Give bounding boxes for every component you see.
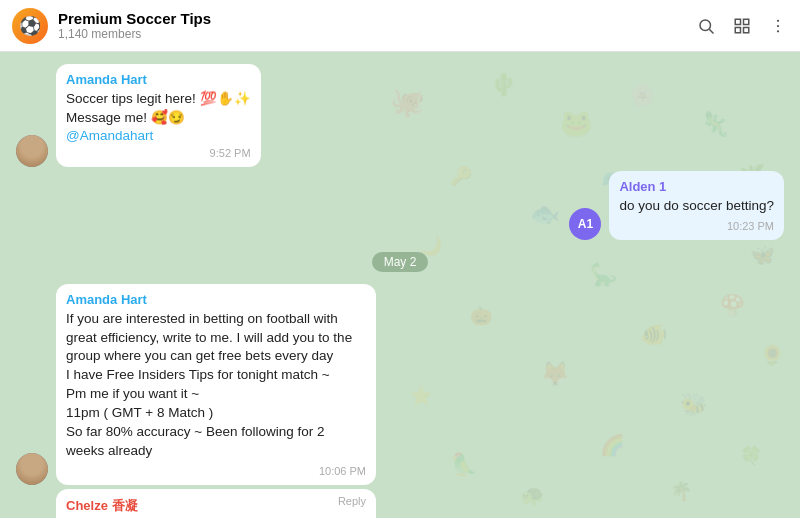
svg-point-6 — [777, 19, 779, 21]
message-time: 10:06 PM — [66, 465, 366, 477]
reply-label: Reply — [338, 495, 366, 507]
chat-header: ⚽ Premium Soccer Tips 1,140 members — [0, 0, 800, 52]
message-text: do you do soccer betting? — [619, 197, 774, 216]
search-icon[interactable] — [696, 16, 716, 36]
avatar: A1 — [569, 208, 601, 240]
header-actions — [696, 16, 788, 36]
sender-name: Chelze 香凝 — [66, 497, 366, 515]
message-group: Reply Chelze 香凝 Welcome guys. there is a… — [16, 489, 376, 518]
message-group: Alden 1 do you do soccer betting? 10:23 … — [569, 171, 784, 240]
date-label: May 2 — [372, 252, 429, 272]
svg-rect-4 — [735, 27, 740, 32]
svg-rect-5 — [744, 27, 749, 32]
group-avatar: ⚽ — [12, 8, 48, 44]
sender-name: Amanda Hart — [66, 72, 251, 87]
message-group: Amanda Hart Soccer tips legit here! 💯✋✨M… — [16, 64, 261, 167]
sender-name: Alden 1 — [619, 179, 774, 194]
message-bubble: Amanda Hart Soccer tips legit here! 💯✋✨M… — [56, 64, 261, 167]
layout-icon[interactable] — [732, 16, 752, 36]
header-info: Premium Soccer Tips 1,140 members — [58, 10, 696, 41]
message-link[interactable]: @Amandahart — [66, 128, 251, 143]
avatar — [16, 135, 48, 167]
message-bubble: Amanda Hart If you are interested in bet… — [56, 284, 376, 485]
svg-rect-2 — [735, 19, 740, 24]
svg-rect-3 — [744, 19, 749, 24]
message-text: Soccer tips legit here! 💯✋✨Message me! 🥰… — [66, 90, 251, 128]
chat-area: 🐙 🌵 🐸 🌸 🦎 🌿 🐬 🔑 🐟 🌺 🦋 🌙 🦕 🍄 🎃 🐠 🌻 🦊 ⭐ 🐝 … — [0, 52, 800, 518]
date-divider: May 2 — [16, 252, 784, 272]
more-icon[interactable] — [768, 16, 788, 36]
member-count: 1,140 members — [58, 27, 696, 41]
avatar — [16, 453, 48, 485]
sender-name: Amanda Hart — [66, 292, 366, 307]
svg-point-7 — [777, 24, 779, 26]
svg-point-8 — [777, 30, 779, 32]
svg-point-0 — [700, 20, 711, 31]
message-text: If you are interested in betting on foot… — [66, 310, 366, 461]
message-time: 10:23 PM — [619, 220, 774, 232]
message-bubble: Reply Chelze 香凝 Welcome guys. there is a… — [56, 489, 376, 518]
svg-line-1 — [709, 29, 713, 33]
group-title: Premium Soccer Tips — [58, 10, 696, 27]
message-time: 9:52 PM — [66, 147, 251, 159]
message-group: Amanda Hart If you are interested in bet… — [16, 284, 376, 485]
messages-list: Amanda Hart Soccer tips legit here! 💯✋✨M… — [0, 52, 800, 518]
message-bubble: Alden 1 do you do soccer betting? 10:23 … — [609, 171, 784, 240]
